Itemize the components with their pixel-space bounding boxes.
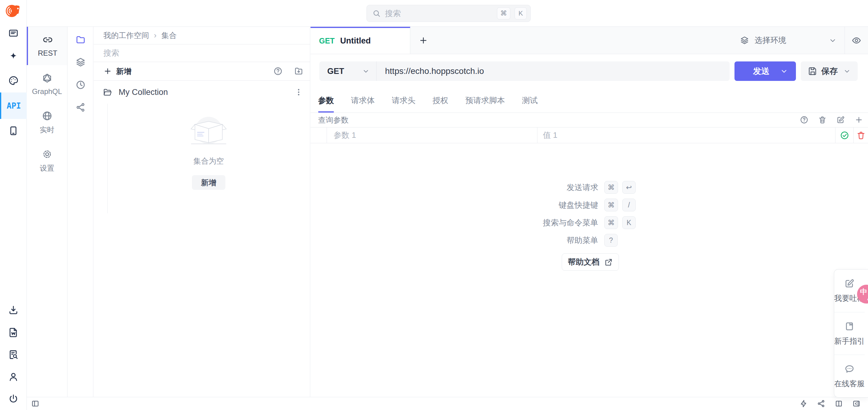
tab-headers[interactable]: 请求头 xyxy=(392,88,415,113)
import-collection-button[interactable] xyxy=(294,67,303,76)
collection-menu-button[interactable] xyxy=(294,88,303,97)
collections-search xyxy=(94,44,310,62)
device-button[interactable] xyxy=(0,119,27,143)
param-toggle-active-button[interactable] xyxy=(835,127,854,143)
collections-help-button[interactable] xyxy=(273,67,283,76)
activity-bar-bottom xyxy=(0,299,27,410)
primary-nav: REST GraphQL 实时 设置 xyxy=(27,27,67,397)
panel-collapse-right-icon xyxy=(852,399,861,408)
param-value-input[interactable] xyxy=(543,130,835,140)
toggle-sidebar-button[interactable] xyxy=(31,399,39,408)
download-button[interactable] xyxy=(0,299,27,321)
beginner-guide-label: 新手指引 xyxy=(834,336,865,346)
nav-item-rest[interactable]: REST xyxy=(27,27,67,65)
params-clear-all-button[interactable] xyxy=(818,116,827,125)
cmd-key-badge: ⌘ xyxy=(604,199,618,211)
tablet-icon xyxy=(8,126,19,136)
chevron-down-icon xyxy=(829,36,837,44)
empty-new-button[interactable]: 新增 xyxy=(192,175,225,190)
sparkle-button[interactable] xyxy=(0,45,27,69)
activity-bar: API xyxy=(0,0,27,410)
rail-environments-button[interactable] xyxy=(75,57,86,67)
tab-authorization[interactable]: 授权 xyxy=(432,88,448,113)
chevron-down-icon xyxy=(362,67,370,75)
collection-tree: 集合为空 新增 xyxy=(94,104,310,410)
request-tab-active[interactable]: GET Untitled xyxy=(311,27,410,54)
shortcut-row: 搜索与命令菜单 ⌘ K xyxy=(311,214,868,231)
nav-item-realtime[interactable]: 实时 xyxy=(27,103,67,142)
news-icon xyxy=(8,28,19,38)
cmd-key-badge: ⌘ xyxy=(604,216,618,229)
rail-share-button[interactable] xyxy=(75,102,86,113)
send-button[interactable]: 发送 xyxy=(735,61,796,81)
k-key-badge: K xyxy=(515,7,527,20)
save-button[interactable]: 保存 xyxy=(801,61,858,81)
method-url-group: GET xyxy=(319,61,730,81)
new-collection-button[interactable]: 新增 xyxy=(103,66,131,76)
beginner-guide-button[interactable]: 新手指引 xyxy=(834,312,865,355)
chevron-down-icon xyxy=(780,67,788,75)
file-search-button[interactable] xyxy=(0,343,27,366)
user-icon xyxy=(8,372,19,382)
share-button[interactable] xyxy=(817,399,826,408)
query-params-header: 查询参数 xyxy=(311,113,868,127)
params-help-button[interactable] xyxy=(800,116,809,125)
sidebar-item-api[interactable]: API xyxy=(0,92,27,119)
app-logo[interactable] xyxy=(0,0,27,21)
url-input[interactable] xyxy=(376,61,730,81)
nav-item-graphql[interactable]: GraphQL xyxy=(27,65,67,103)
share-icon xyxy=(817,399,826,408)
file-search-icon xyxy=(8,349,19,360)
return-key-badge: ↩ xyxy=(622,181,636,194)
global-search-input[interactable] xyxy=(385,9,493,18)
rail-history-button[interactable] xyxy=(75,80,86,90)
param-key-cell xyxy=(327,127,537,143)
user-button[interactable] xyxy=(0,366,27,388)
params-bulk-edit-button[interactable] xyxy=(836,116,845,125)
breadcrumb-section: 集合 xyxy=(161,30,177,40)
theme-palette-button[interactable] xyxy=(0,69,27,92)
environment-quick-peek-button[interactable] xyxy=(845,27,868,54)
panel-left-icon xyxy=(31,399,39,408)
param-delete-button[interactable] xyxy=(854,127,868,143)
nav-item-settings[interactable]: 设置 xyxy=(27,142,67,180)
new-tab-button[interactable] xyxy=(410,27,436,54)
collapse-right-panel-button[interactable] xyxy=(852,399,861,408)
tab-tests[interactable]: 测试 xyxy=(522,88,538,113)
rail-collections-button[interactable] xyxy=(75,35,86,45)
shortcut-row: 键盘快捷键 ⌘ / xyxy=(311,196,868,214)
collection-row[interactable]: My Collection xyxy=(94,81,310,104)
search-icon xyxy=(372,9,381,18)
edit-square-icon xyxy=(844,278,855,289)
power-button[interactable] xyxy=(0,388,27,410)
environment-select[interactable]: 选择环境 xyxy=(740,27,845,54)
breadcrumb-workspace[interactable]: 我的工作空间 xyxy=(103,30,149,40)
param-drag-handle[interactable] xyxy=(311,127,327,143)
eye-icon xyxy=(851,36,861,45)
bottom-bar xyxy=(27,397,868,410)
shortcut-label: 帮助菜单 xyxy=(311,235,598,246)
word-doc-button[interactable] xyxy=(0,321,27,343)
online-support-label: 在线客服 xyxy=(834,379,865,389)
plus-icon xyxy=(419,36,428,45)
param-key-input[interactable] xyxy=(334,130,537,140)
interceptor-button[interactable] xyxy=(799,399,808,408)
params-add-button[interactable] xyxy=(855,116,864,125)
collection-name: My Collection xyxy=(119,88,168,97)
method-select[interactable]: GET xyxy=(319,61,376,81)
documentation-button[interactable]: 帮助文档 xyxy=(562,253,619,271)
news-button[interactable] xyxy=(0,21,27,45)
tab-parameters[interactable]: 参数 xyxy=(318,88,334,113)
collections-search-input[interactable] xyxy=(103,49,300,58)
help-circle-icon xyxy=(800,116,808,124)
empty-box-illustration xyxy=(186,115,231,148)
tab-body[interactable]: 请求体 xyxy=(351,88,375,113)
cmd-key-badge: ⌘ xyxy=(497,7,510,20)
online-support-button[interactable]: 在线客服 xyxy=(834,355,865,397)
collections-actions: 新增 xyxy=(94,62,310,81)
query-params-title: 查询参数 xyxy=(318,115,348,125)
column-layout-button[interactable] xyxy=(835,399,843,408)
global-search[interactable]: ⌘ K xyxy=(367,5,531,22)
globe-icon xyxy=(42,111,52,121)
tab-pre-request-script[interactable]: 预请求脚本 xyxy=(465,88,505,113)
